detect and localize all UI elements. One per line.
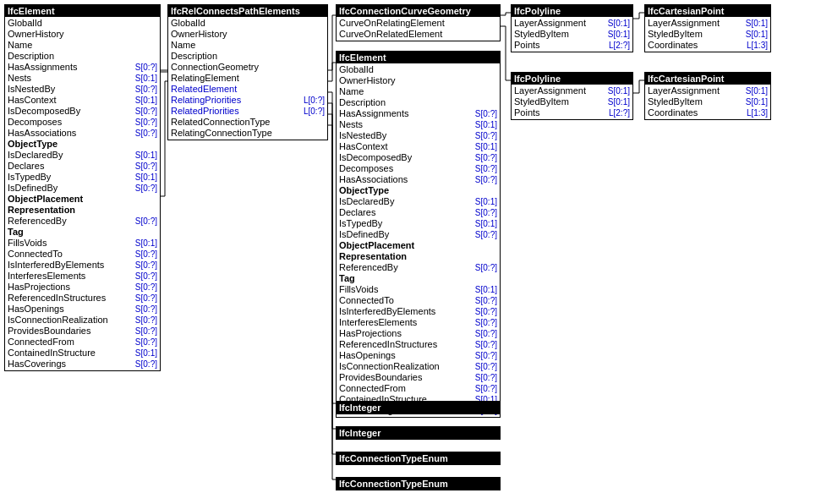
box-ifcElement2: IfcElement GlobalId OwnerHistory Name De… [336,51,501,418]
row: FillsVoidsS[0:1] [339,284,497,295]
row: Name [8,40,157,51]
row: IsTypedByS[0:1] [8,172,157,183]
row: ConnectedToS[0:?] [339,295,497,306]
box-ifcConnectionCurveGeometry: IfcConnectionCurveGeometry CurveOnRelati… [336,4,501,41]
row: HasAssignmentsS[0:?] [8,62,157,73]
row: HasProjectionsS[0:?] [339,328,497,339]
box-ifcCartesianPoint2: IfcCartesianPoint LayerAssignmentS[0:1] … [644,72,771,120]
box-ifcCartesianPoint2-title: IfcCartesianPoint [645,73,770,85]
row: IsConnectionRealizationS[0:?] [8,315,157,326]
row: CoordinatesL[1:3] [648,107,768,118]
row: HasAssignmentsS[0:?] [339,108,497,119]
box-ifcConnectionCurveGeometry-body: CurveOnRelatingElement CurveOnRelatedEle… [337,17,500,41]
box-ifcInteger2: IfcInteger [336,426,501,440]
box-ifcConnectionCurveGeometry-title: IfcConnectionCurveGeometry [337,5,500,17]
box-ifcElement2-body: GlobalId OwnerHistory Name Description H… [337,63,500,417]
row: RelatedConnectionType [171,117,325,128]
row: RelatingElement [171,73,325,84]
row: ConnectionGeometry [171,62,325,73]
row: ObjectType [339,185,497,196]
row: Name [171,40,325,51]
row: RelatingPrioritiesL[0:?] [171,95,325,106]
box-ifcRelConnectsPathElements-title: IfcRelConnectsPathElements [168,5,327,17]
row: GlobalId [339,64,497,75]
row: GlobalId [8,18,157,29]
row: OwnerHistory [8,29,157,40]
box-ifcPolyline2: IfcPolyline LayerAssignmentS[0:1] Styled… [511,72,633,120]
row: LayerAssignmentS[0:1] [648,85,768,96]
box-ifcConnectionTypeEnum2-title: IfcConnectionTypeEnum [337,478,500,490]
row: RelatedElement [171,84,325,95]
row: ConnectedFromS[0:?] [8,337,157,348]
row: HasOpeningsS[0:?] [339,350,497,361]
row: CurveOnRelatedElement [339,29,497,40]
row: Description [171,51,325,62]
row: StyledByItemS[0:1] [514,29,630,40]
row: Name [339,86,497,97]
row: PointsL[2:?] [514,40,630,51]
row: HasAssociationsS[0:?] [339,174,497,185]
row: RelatingConnectionType [171,128,325,139]
row: DecomposesS[0:?] [339,163,497,174]
row: DeclaresS[0:?] [339,207,497,218]
box-ifcPolyline1: IfcPolyline LayerAssignmentS[0:1] Styled… [511,4,633,52]
row: IsConnectionRealizationS[0:?] [339,361,497,372]
row: HasOpeningsS[0:?] [8,304,157,315]
box-ifcElement1: IfcElement GlobalId OwnerHistory Name De… [4,4,161,371]
box-ifcInteger2-title: IfcInteger [337,427,500,439]
row: HasAssociationsS[0:?] [8,128,157,139]
row: ContainedInStructureS[0:1] [8,348,157,359]
row: RelatedPrioritiesL[0:?] [171,106,325,117]
row: ObjectPlacement [8,194,157,205]
row: LayerAssignmentS[0:1] [514,18,630,29]
row: Representation [339,251,497,262]
row: StyledByItemS[0:1] [648,96,768,107]
row: NestsS[0:1] [339,119,497,130]
box-ifcInteger1-title: IfcInteger [337,402,500,414]
row: IsDecomposedByS[0:?] [339,152,497,163]
row: ReferencedByS[0:?] [339,262,497,273]
row: Tag [339,273,497,284]
box-ifcRelConnectsPathElements: IfcRelConnectsPathElements GlobalId Owne… [167,4,328,140]
row: HasContextS[0:1] [339,141,497,152]
row: DeclaresS[0:?] [8,161,157,172]
box-ifcConnectionTypeEnum1: IfcConnectionTypeEnum [336,452,501,465]
row: CurveOnRelatingElement [339,18,497,29]
row: ObjectPlacement [339,240,497,251]
row: IsDeclaredByS[0:1] [8,150,157,161]
row: Tag [8,227,157,238]
box-ifcCartesianPoint1: IfcCartesianPoint LayerAssignmentS[0:1] … [644,4,771,52]
box-ifcPolyline2-body: LayerAssignmentS[0:1] StyledByItemS[0:1]… [512,85,632,119]
row: ObjectType [8,139,157,150]
row: Description [339,97,497,108]
row: InterferesElementsS[0:?] [8,271,157,282]
row: LayerAssignmentS[0:1] [514,85,630,96]
row: IsInterferedByElementsS[0:?] [339,306,497,317]
box-ifcElement1-body: GlobalId OwnerHistory Name Description H… [5,17,160,370]
box-ifcConnectionTypeEnum2: IfcConnectionTypeEnum [336,477,501,490]
row: StyledByItemS[0:1] [648,29,768,40]
row: IsDefinedByS[0:?] [339,229,497,240]
box-ifcPolyline1-title: IfcPolyline [512,5,632,17]
row: ReferencedByS[0:?] [8,216,157,227]
row: FillsVoidsS[0:1] [8,238,157,249]
row: DecomposesS[0:?] [8,117,157,128]
box-ifcInteger1: IfcInteger [336,401,501,414]
box-ifcCartesianPoint2-body: LayerAssignmentS[0:1] StyledByItemS[0:1]… [645,85,770,119]
row: HasCoveringsS[0:?] [8,359,157,370]
row: IsNestedByS[0:?] [8,84,157,95]
row: StyledByItemS[0:1] [514,96,630,107]
row: CoordinatesL[1:3] [648,40,768,51]
box-ifcPolyline1-body: LayerAssignmentS[0:1] StyledByItemS[0:1]… [512,17,632,52]
row: IsInterferedByElementsS[0:?] [8,260,157,271]
row: NestsS[0:1] [8,73,157,84]
row: HasContextS[0:1] [8,95,157,106]
row: OwnerHistory [339,75,497,86]
box-ifcConnectionTypeEnum1-title: IfcConnectionTypeEnum [337,452,500,464]
box-ifcCartesianPoint1-title: IfcCartesianPoint [645,5,770,17]
box-ifcRelConnectsPathElements-body: GlobalId OwnerHistory Name Description C… [168,17,327,140]
row: IsDecomposedByS[0:?] [8,106,157,117]
box-ifcElement1-title: IfcElement [5,5,160,17]
diagram: IfcElement GlobalId OwnerHistory Name De… [0,0,832,504]
row: InterferesElementsS[0:?] [339,317,497,328]
